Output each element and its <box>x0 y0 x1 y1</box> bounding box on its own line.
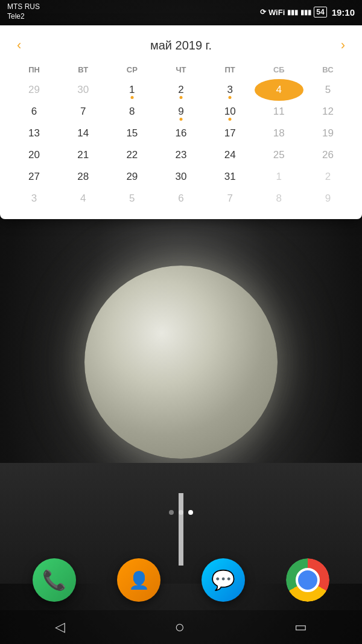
signal2-icon: ▮▮▮ <box>300 8 311 16</box>
cal-day-26-3[interactable]: 26 <box>303 144 352 166</box>
chrome-inner <box>296 568 320 592</box>
status-icons: ⟳ WiFi ▮▮▮ ▮▮▮ 54 19:10 <box>260 7 355 18</box>
cal-day-6-1[interactable]: 6 <box>10 101 59 123</box>
cal-day-8-1[interactable]: 8 <box>107 101 156 123</box>
cal-day-25-3[interactable]: 25 <box>255 144 303 166</box>
cal-day-7-5[interactable]: 7 <box>206 188 255 209</box>
cal-day-3-5[interactable]: 3 <box>10 188 59 209</box>
cal-day-19-2[interactable]: 19 <box>303 123 352 144</box>
cal-day-5-0[interactable]: 5 <box>303 79 352 101</box>
weekday-сб: СБ <box>255 63 303 79</box>
moon-decoration <box>84 266 278 459</box>
event-dot <box>229 118 232 121</box>
calendar-grid: ПНВТСРЧТПТСБВС 2930123456789101112131415… <box>10 63 352 209</box>
cal-day-4-0[interactable]: 4 <box>255 79 303 101</box>
cal-day-20-3[interactable]: 20 <box>10 144 59 166</box>
page-dot-2 <box>188 510 193 515</box>
cal-day-28-4[interactable]: 28 <box>59 166 107 188</box>
dock-chrome[interactable] <box>286 558 329 602</box>
cal-day-13-2[interactable]: 13 <box>10 123 59 144</box>
weekday-пн: ПН <box>10 63 59 79</box>
nav-bar: ◁ ○ ▭ <box>0 610 362 644</box>
cal-week-1: 6789101112 <box>10 101 352 123</box>
prev-month-button[interactable]: ‹ <box>12 35 26 56</box>
next-month-button[interactable]: › <box>336 35 350 56</box>
cal-day-10-1[interactable]: 10 <box>206 101 255 123</box>
recents-button[interactable]: ▭ <box>282 614 319 640</box>
cal-day-2-4[interactable]: 2 <box>303 166 352 188</box>
calendar-title: май 2019 г. <box>150 39 212 53</box>
calendar-weekdays-row: ПНВТСРЧТПТСБВС <box>10 63 352 79</box>
cal-day-1-0[interactable]: 1 <box>107 79 156 101</box>
cal-day-29-4[interactable]: 29 <box>107 166 156 188</box>
cal-day-6-5[interactable]: 6 <box>156 188 205 209</box>
app-grid <box>0 320 362 330</box>
dock: 📞 👤 💬 <box>0 552 362 608</box>
dock-contacts[interactable]: 👤 <box>117 558 160 602</box>
cal-day-3-0[interactable]: 3 <box>206 79 255 101</box>
page-dots <box>0 510 362 515</box>
cal-day-14-2[interactable]: 14 <box>59 123 107 144</box>
weekday-пт: ПТ <box>206 63 255 79</box>
cal-day-1-4[interactable]: 1 <box>255 166 303 188</box>
cal-week-4: 272829303112 <box>10 166 352 188</box>
dock-phone[interactable]: 📞 <box>33 558 76 602</box>
cal-day-18-2[interactable]: 18 <box>255 123 303 144</box>
cal-day-4-5[interactable]: 4 <box>59 188 107 209</box>
cal-day-2-0[interactable]: 2 <box>156 79 205 101</box>
page-dot-1 <box>179 510 183 515</box>
cal-day-11-1[interactable]: 11 <box>255 101 303 123</box>
carrier-info: MTS RUS Tele2 <box>7 2 40 21</box>
page-dot-0 <box>169 510 174 515</box>
battery-icon: 54 <box>314 7 326 18</box>
wifi-icon: WiFi <box>268 8 285 17</box>
back-button[interactable]: ◁ <box>43 614 77 640</box>
cal-day-31-4[interactable]: 31 <box>206 166 255 188</box>
status-bar: MTS RUS Tele2 ⟳ WiFi ▮▮▮ ▮▮▮ 54 19:10 <box>0 0 362 24</box>
time-label: 19:10 <box>332 7 355 18</box>
cal-day-9-5[interactable]: 9 <box>303 188 352 209</box>
cal-day-15-2[interactable]: 15 <box>107 123 156 144</box>
cal-day-9-1[interactable]: 9 <box>156 101 205 123</box>
calendar-body: 2930123456789101112131415161718192021222… <box>10 79 352 209</box>
carrier2-label: Tele2 <box>7 12 40 22</box>
weekday-чт: ЧТ <box>156 63 205 79</box>
cal-day-27-4[interactable]: 27 <box>10 166 59 188</box>
weekday-вс: ВС <box>303 63 352 79</box>
cal-week-0: 293012345 <box>10 79 352 101</box>
weekday-вт: ВТ <box>59 63 107 79</box>
event-dot <box>229 96 232 99</box>
sync-icon: ⟳ <box>260 8 266 16</box>
cal-day-29-0[interactable]: 29 <box>10 79 59 101</box>
cal-week-2: 13141516171819 <box>10 123 352 144</box>
cal-day-30-4[interactable]: 30 <box>156 166 205 188</box>
cal-day-22-3[interactable]: 22 <box>107 144 156 166</box>
dock-messages[interactable]: 💬 <box>202 558 245 602</box>
cal-day-16-2[interactable]: 16 <box>156 123 205 144</box>
signal1-icon: ▮▮▮ <box>287 8 298 16</box>
event-dot <box>130 96 133 99</box>
chrome-outer <box>286 558 329 602</box>
cal-day-17-2[interactable]: 17 <box>206 123 255 144</box>
carrier1-label: MTS RUS <box>7 2 40 12</box>
cal-day-8-5[interactable]: 8 <box>255 188 303 209</box>
event-dot <box>179 118 182 121</box>
cal-day-7-1[interactable]: 7 <box>59 101 107 123</box>
cal-week-5: 3456789 <box>10 188 352 209</box>
cal-day-24-3[interactable]: 24 <box>206 144 255 166</box>
cal-week-3: 20212223242526 <box>10 144 352 166</box>
calendar-header: ‹ май 2019 г. › <box>10 30 352 63</box>
cal-day-5-5[interactable]: 5 <box>107 188 156 209</box>
home-button[interactable]: ○ <box>163 613 197 642</box>
cal-day-21-3[interactable]: 21 <box>59 144 107 166</box>
cal-day-30-0[interactable]: 30 <box>59 79 107 101</box>
cal-day-12-1[interactable]: 12 <box>303 101 352 123</box>
event-dot <box>179 96 182 99</box>
cal-day-23-3[interactable]: 23 <box>156 144 205 166</box>
calendar: ‹ май 2019 г. › ПНВТСРЧТПТСБВС 293012345… <box>0 25 362 219</box>
weekday-ср: СР <box>107 63 156 79</box>
